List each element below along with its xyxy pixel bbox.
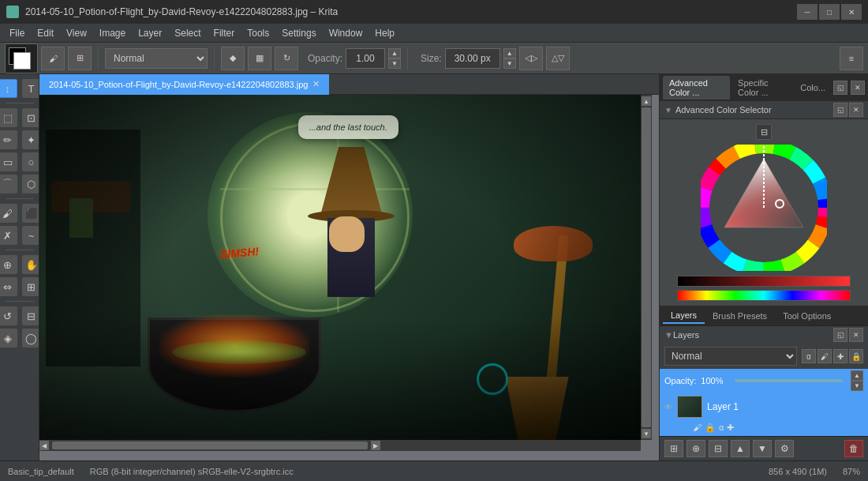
fill-tool[interactable]: ⬛ — [22, 204, 40, 223]
tab-specific-color[interactable]: Specific Color ... — [731, 76, 792, 100]
zoom-tool[interactable]: ⊕ — [0, 255, 17, 274]
h-scroll-right[interactable]: ▶ — [371, 441, 380, 450]
lock-move-btn[interactable]: ✚ — [833, 349, 847, 363]
copy-layer-btn[interactable]: ⊕ — [687, 440, 705, 457]
settings-btn[interactable]: ≡ — [840, 47, 863, 70]
layer-icon-a[interactable]: 🖌 — [693, 423, 702, 433]
tab-tool-options[interactable]: Tool Options — [775, 309, 839, 323]
lock-all-btn[interactable]: 🔒 — [849, 349, 863, 363]
close-button[interactable]: ✕ — [841, 4, 862, 20]
color-panel-float[interactable]: ◱ — [833, 103, 847, 117]
pan-tool[interactable]: ✋ — [22, 255, 40, 274]
tab-brush-presets[interactable]: Brush Presets — [705, 309, 775, 323]
lock-alpha-btn[interactable]: α — [802, 349, 816, 363]
move-layer-down-btn[interactable]: ▼ — [753, 440, 772, 457]
smart-patch-tool[interactable]: ◈ — [0, 329, 17, 348]
refresh-btn[interactable]: ↻ — [275, 47, 298, 70]
lock-paint-btn[interactable]: 🖌 — [817, 349, 832, 363]
menu-tools[interactable]: Tools — [241, 26, 275, 40]
color-wheel-options[interactable]: ⊟ — [756, 124, 772, 140]
eyedropper-tool[interactable]: ✦ — [22, 130, 40, 149]
tab-advanced-color[interactable]: Advanced Color ... — [663, 76, 730, 100]
minimize-button[interactable]: ─ — [797, 4, 817, 20]
canvas-viewport[interactable]: ...and the last touch. SIMSH! — [39, 95, 641, 440]
h-scrollbar[interactable]: ◀ ▶ — [39, 440, 641, 451]
circle-select-tool[interactable]: ◯ — [22, 329, 40, 348]
size-input[interactable] — [445, 48, 500, 69]
transform-tool[interactable]: ↕ — [0, 79, 17, 98]
opacity-slider[interactable] — [735, 379, 844, 382]
size-up-btn[interactable]: ▲ — [503, 48, 516, 58]
brush-flip-v-btn[interactable]: △▽ — [546, 47, 570, 70]
layer-visible-icon[interactable]: 👁 — [664, 403, 672, 411]
v-scroll-up[interactable]: ▲ — [642, 96, 651, 106]
group-layer-btn[interactable]: ⊟ — [709, 440, 728, 457]
brush-tool-btn[interactable]: 🖌 — [41, 47, 65, 70]
select-rect-tool[interactable]: ⬚ — [0, 108, 17, 127]
layers-collapse-arrow[interactable]: ▼ — [664, 330, 673, 340]
add-layer-btn[interactable]: ⊞ — [664, 440, 683, 457]
opacity-input[interactable] — [346, 48, 385, 69]
measure-tool[interactable]: ⇔ — [0, 277, 17, 296]
menu-edit[interactable]: Edit — [31, 26, 60, 40]
menu-view[interactable]: View — [60, 26, 93, 40]
eraser-tool[interactable]: ✗ — [0, 226, 17, 245]
rotate-tool[interactable]: ↺ — [0, 306, 17, 325]
contiguous-tool[interactable]: ⊡ — [22, 108, 40, 127]
delete-layer-btn[interactable]: 🗑 — [844, 440, 863, 457]
dark-red-gradient[interactable] — [677, 276, 851, 287]
v-scroll-down[interactable]: ▼ — [642, 429, 651, 438]
text-tool[interactable]: T — [22, 79, 40, 98]
layer-blend-select[interactable]: Normal Multiply Screen — [664, 347, 797, 366]
reference-tool[interactable]: ⊞ — [22, 277, 40, 296]
layer-icon-d[interactable]: ✚ — [727, 423, 734, 433]
opacity-up-btn[interactable]: ▲ — [388, 48, 401, 58]
layers-float-btn[interactable]: ◱ — [833, 328, 847, 342]
hue-bar[interactable] — [677, 290, 851, 301]
path-tool[interactable]: ⌒ — [0, 175, 17, 194]
tab-layers[interactable]: Layers — [663, 308, 705, 324]
brush-flip-h-btn[interactable]: ◁▷ — [519, 47, 543, 70]
menu-filter[interactable]: Filter — [208, 26, 241, 40]
tab-colo[interactable]: Colo... — [794, 81, 832, 95]
brush-tool[interactable]: 🖌 — [0, 204, 17, 223]
crop-tool[interactable]: ⊟ — [22, 306, 40, 325]
background-color[interactable] — [13, 52, 31, 70]
size-down-btn[interactable]: ▼ — [503, 58, 516, 69]
panel-float-btn[interactable]: ◱ — [833, 81, 847, 95]
menu-image[interactable]: Image — [93, 26, 132, 40]
alpha-lock-btn[interactable]: ▦ — [248, 47, 271, 70]
freehand-tool[interactable]: ✏ — [0, 130, 17, 149]
ellipse-tool[interactable]: ○ — [22, 152, 40, 171]
menu-select[interactable]: Select — [168, 26, 207, 40]
layer-item-1[interactable]: 👁 Layer 1 — [660, 393, 868, 421]
menu-layer[interactable]: Layer — [132, 26, 168, 40]
color-collapse-arrow[interactable]: ▼ — [664, 106, 672, 115]
brush-preview[interactable] — [5, 43, 38, 73]
v-scrollbar[interactable]: ▲ ▼ — [641, 95, 652, 440]
smudge-tool[interactable]: ~ — [22, 226, 40, 245]
layer-icon-c[interactable]: α — [719, 423, 724, 433]
blend-mode-select[interactable]: Normal Multiply Screen Overlay — [105, 48, 208, 69]
polygon-tool[interactable]: ⬡ — [22, 175, 40, 194]
maximize-button[interactable]: □ — [819, 4, 840, 20]
opacity-layer-down[interactable]: ▼ — [851, 381, 863, 391]
layer-settings-btn[interactable]: ⚙ — [775, 440, 794, 457]
color-wheel-container[interactable] — [701, 145, 827, 271]
menu-help[interactable]: Help — [369, 26, 401, 40]
menu-window[interactable]: Window — [323, 26, 369, 40]
eraser-btn[interactable]: ◆ — [221, 47, 245, 70]
h-scroll-left[interactable]: ◀ — [39, 441, 49, 450]
v-scroll-thumb[interactable] — [642, 107, 651, 427]
layers-close-btn[interactable]: ✕ — [849, 328, 863, 342]
rectangle-tool[interactable]: ▭ — [0, 152, 17, 171]
opacity-down-btn[interactable]: ▼ — [388, 58, 401, 69]
menu-settings[interactable]: Settings — [275, 26, 322, 40]
close-tab-btn[interactable]: ✕ — [312, 79, 320, 89]
panel-close-btn[interactable]: ✕ — [851, 81, 865, 95]
canvas-tab[interactable]: 2014-05-10_Potion-of-Flight_by-David-Rev… — [39, 74, 329, 95]
move-layer-up-btn[interactable]: ▲ — [731, 440, 750, 457]
layer-icon-b[interactable]: 🔒 — [705, 423, 716, 433]
h-scroll-thumb[interactable] — [52, 442, 368, 449]
grid-btn[interactable]: ⊞ — [68, 47, 92, 70]
